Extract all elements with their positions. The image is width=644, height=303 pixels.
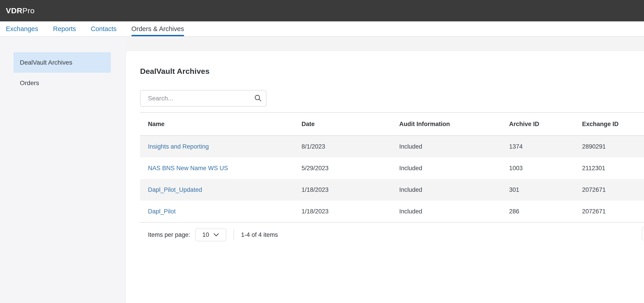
- search-box: [140, 90, 266, 107]
- page-select-partial[interactable]: [642, 227, 644, 240]
- pagination-divider: [234, 230, 234, 240]
- column-header-audit-information: Audit Information: [399, 121, 509, 128]
- table-row: Insights and Reporting 8/1/2023 Included…: [140, 136, 644, 157]
- archives-table: Name Date Audit Information Archive ID E…: [140, 112, 644, 223]
- sidebar-item-dealvault-archives[interactable]: DealVault Archives: [14, 52, 111, 73]
- app-header: VDRPro: [0, 0, 644, 22]
- table-row: Dapl_Pilot_Updated 1/18/2023 Included 30…: [140, 179, 644, 200]
- table-row: NAS BNS New Name WS US 5/29/2023 Include…: [140, 157, 644, 179]
- page-title: DealVault Archives: [140, 67, 644, 76]
- pagination-range-text: 1-4 of 4 items: [241, 232, 278, 238]
- content-panel: DealVault Archives Name Date Audit Infor…: [126, 51, 644, 303]
- tab-contacts[interactable]: Contacts: [91, 22, 116, 36]
- cell-date: 1/18/2023: [302, 208, 399, 215]
- archive-name-link[interactable]: Dapl_Pilot_Updated: [148, 186, 202, 193]
- chevron-down-icon: [213, 233, 219, 237]
- tab-reports[interactable]: Reports: [53, 22, 76, 36]
- pagination-bar: Items per page: 10 1-4 of 4 items: [148, 228, 644, 241]
- column-header-archive-id: Archive ID: [509, 121, 582, 128]
- cell-exchange-id: 2112301: [582, 165, 644, 172]
- cell-audit: Included: [399, 208, 509, 215]
- cell-date: 1/18/2023: [302, 186, 399, 193]
- cell-audit: Included: [399, 186, 509, 193]
- tab-exchanges[interactable]: Exchanges: [6, 22, 38, 36]
- archive-name-link[interactable]: Insights and Reporting: [148, 143, 209, 150]
- archive-name-link[interactable]: NAS BNS New Name WS US: [148, 165, 228, 172]
- cell-audit: Included: [399, 143, 509, 150]
- column-header-name: Name: [148, 121, 302, 128]
- sidebar-item-label: DealVault Archives: [20, 59, 72, 66]
- sidebar-item-label: Orders: [20, 80, 39, 87]
- cell-archive-id: 286: [509, 208, 582, 215]
- cell-archive-id: 1374: [509, 143, 582, 150]
- page-size-select[interactable]: 10: [195, 228, 226, 241]
- sidebar: DealVault Archives Orders: [0, 37, 126, 303]
- cell-archive-id: 301: [509, 186, 582, 193]
- table-header-row: Name Date Audit Information Archive ID E…: [140, 112, 644, 136]
- table-body: Insights and Reporting 8/1/2023 Included…: [140, 136, 644, 223]
- cell-date: 8/1/2023: [302, 143, 399, 150]
- cell-archive-id: 1003: [509, 165, 582, 172]
- table-row: Dapl_Pilot 1/18/2023 Included 286 207267…: [140, 200, 644, 222]
- search-input[interactable]: [140, 90, 250, 106]
- cell-audit: Included: [399, 165, 509, 172]
- column-header-date: Date: [302, 121, 399, 128]
- cell-date: 5/29/2023: [302, 165, 399, 172]
- page-size-value: 10: [202, 232, 209, 238]
- items-per-page-label: Items per page:: [148, 232, 190, 238]
- cell-exchange-id: 2890291: [582, 143, 644, 150]
- primary-nav: Exchanges Reports Contacts Orders & Arch…: [0, 22, 644, 37]
- tab-orders-and-archives[interactable]: Orders & Archives: [132, 22, 184, 36]
- search-icon: [254, 94, 262, 102]
- column-header-exchange-id: Exchange ID: [582, 121, 644, 128]
- app-logo-light: Pro: [22, 6, 34, 15]
- cell-exchange-id: 2072671: [582, 208, 644, 215]
- search-button[interactable]: [250, 90, 266, 106]
- archive-name-link[interactable]: Dapl_Pilot: [148, 208, 176, 215]
- cell-exchange-id: 2072671: [582, 186, 644, 193]
- app-logo: VDRPro: [6, 6, 35, 15]
- app-logo-bold: VDR: [6, 6, 22, 15]
- page-body: DealVault Archives Orders DealVault Arch…: [0, 37, 644, 303]
- sidebar-item-orders[interactable]: Orders: [14, 73, 111, 93]
